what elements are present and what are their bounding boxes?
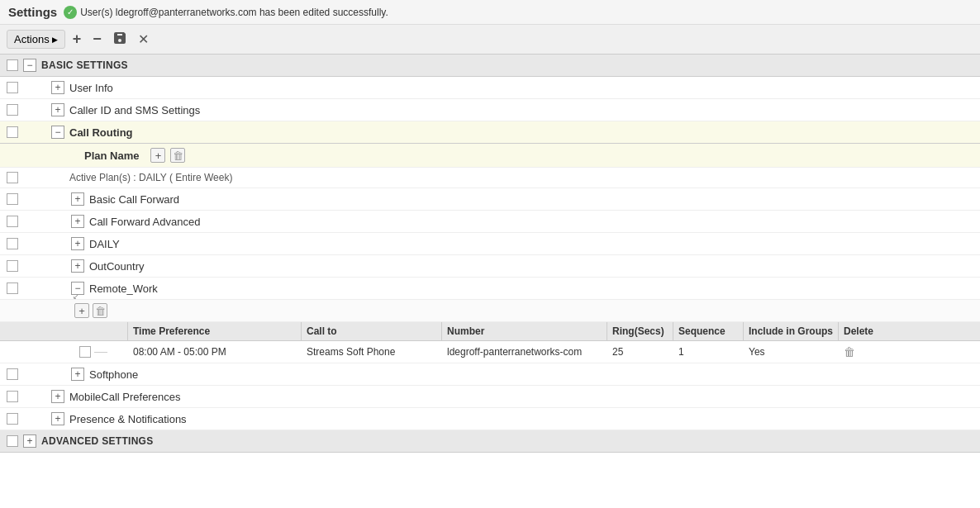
advanced-settings-expand[interactable]: + — [23, 434, 36, 448]
softphone-checkbox[interactable] — [7, 368, 18, 380]
call-routing-checkbox[interactable] — [7, 126, 18, 138]
save-button[interactable] — [109, 29, 131, 50]
actions-button[interactable]: Actions ▶ — [7, 30, 65, 49]
caller-id-label: Caller ID and SMS Settings — [69, 104, 200, 116]
basic-call-forward-checkbox[interactable] — [7, 193, 18, 205]
caller-id-checkbox[interactable] — [7, 104, 18, 116]
outcountry-label: OutCountry — [89, 260, 144, 273]
remote-work-checkbox[interactable] — [7, 282, 18, 294]
call-forward-advanced-checkbox[interactable] — [7, 216, 18, 227]
call-routing-row: − Call Routing — [0, 121, 980, 144]
basic-settings-section: − BASIC SETTINGS — [0, 55, 980, 77]
outcountry-expand[interactable]: + — [71, 259, 84, 273]
cell-number: ldegroff-panterranetworks-com — [442, 341, 607, 363]
call-forward-advanced-label: Call Forward Advanced — [89, 216, 200, 228]
advanced-settings-label: ADVANCED SETTINGS — [41, 435, 154, 447]
close-button[interactable]: ✕ — [134, 29, 153, 50]
table-row: 08:00 AM - 05:00 PM Streams Soft Phone l… — [0, 341, 980, 363]
col-time-preference: Time Preference — [128, 322, 302, 340]
call-routing-label: Call Routing — [69, 126, 133, 139]
softphone-expand[interactable]: + — [71, 368, 84, 381]
remote-work-row: − ↙ Remote_Work — [0, 278, 980, 300]
basic-settings-expand[interactable]: − — [23, 59, 36, 72]
row-checkbox[interactable] — [79, 346, 91, 358]
presence-label: Presence & Notifications — [69, 413, 187, 425]
basic-settings-label: BASIC SETTINGS — [41, 59, 128, 71]
active-plan-row: Active Plan(s) : DAILY ( Entire Week) — [0, 168, 980, 188]
remote-work-delete[interactable]: 🗑 — [93, 303, 107, 318]
remote-work-expand[interactable]: − ↙ — [71, 282, 84, 295]
cell-delete[interactable]: 🗑 — [839, 341, 897, 363]
success-message: User(s) ldegroff@panterranetworks.com ha… — [80, 7, 388, 18]
remote-work-label: Remote_Work — [89, 282, 158, 295]
cell-sequence: 1 — [673, 341, 744, 363]
presence-checkbox[interactable] — [7, 413, 18, 425]
user-info-row: + User Info — [0, 77, 980, 99]
active-plan-checkbox[interactable] — [7, 172, 18, 183]
page-header: Settings ✓ User(s) ldegroff@panterranetw… — [0, 0, 980, 25]
mobile-call-checkbox[interactable] — [7, 391, 18, 402]
basic-call-forward-label: Basic Call Forward — [89, 193, 179, 206]
cell-ring-secs: 25 — [607, 341, 673, 363]
minus-button[interactable]: − — [88, 28, 106, 50]
caller-id-row: + Caller ID and SMS Settings — [0, 99, 980, 121]
col-ring-secs: Ring(Secs) — [607, 322, 673, 340]
col-call-to: Call to — [302, 322, 442, 340]
mobile-call-label: MobileCall Preferences — [69, 391, 180, 403]
plan-name-delete[interactable]: 🗑 — [170, 148, 185, 163]
basic-settings-checkbox[interactable] — [7, 59, 18, 71]
plan-name-add[interactable]: + — [150, 148, 165, 163]
daily-checkbox[interactable] — [7, 238, 18, 249]
remote-work-add[interactable]: + — [74, 303, 89, 318]
softphone-label: Softphone — [89, 368, 138, 381]
mobile-call-row: + MobileCall Preferences — [0, 386, 980, 408]
plan-name-label: Plan Name — [84, 150, 139, 162]
col-checkbox — [74, 322, 128, 340]
call-forward-advanced-row: + Call Forward Advanced — [0, 211, 980, 233]
softphone-row: + Softphone — [0, 363, 980, 386]
col-sequence: Sequence — [673, 322, 744, 340]
success-icon: ✓ — [64, 6, 77, 19]
content-area: − BASIC SETTINGS + User Info + Caller ID… — [0, 55, 980, 496]
outcountry-row: + OutCountry — [0, 255, 980, 278]
call-routing-expand[interactable]: − — [51, 126, 64, 139]
col-number: Number — [442, 322, 607, 340]
success-notification: ✓ User(s) ldegroff@panterranetworks.com … — [64, 6, 388, 19]
col-include-groups: Include in Groups — [744, 322, 839, 340]
advanced-settings-checkbox[interactable] — [7, 435, 18, 447]
user-info-expand[interactable]: + — [51, 81, 64, 94]
daily-expand[interactable]: + — [71, 237, 84, 250]
daily-row: + DAILY — [0, 233, 980, 255]
outcountry-checkbox[interactable] — [7, 260, 18, 272]
cell-call-to: Streams Soft Phone — [302, 341, 442, 363]
advanced-settings-section: + ADVANCED SETTINGS — [0, 430, 980, 453]
table-header: Time Preference Call to Number Ring(Secs… — [0, 322, 980, 341]
user-info-checkbox[interactable] — [7, 82, 18, 93]
basic-call-forward-row: + Basic Call Forward — [0, 188, 980, 211]
col-delete: Delete — [839, 322, 897, 340]
mobile-call-expand[interactable]: + — [51, 390, 64, 403]
delete-icon[interactable]: 🗑 — [844, 345, 855, 358]
cell-time-preference: 08:00 AM - 05:00 PM — [128, 341, 302, 363]
toolbar: Actions ▶ + − ✕ — [0, 25, 980, 55]
daily-label: DAILY — [89, 238, 120, 250]
active-plan-text: Active Plan(s) : DAILY ( Entire Week) — [69, 172, 232, 183]
remote-work-actions: + 🗑 — [0, 300, 980, 322]
cell-include-groups: Yes — [744, 341, 839, 363]
caller-id-expand[interactable]: + — [51, 103, 64, 116]
presence-row: + Presence & Notifications — [0, 408, 980, 430]
basic-call-forward-expand[interactable]: + — [71, 192, 84, 206]
user-info-label: User Info — [69, 82, 113, 94]
add-button[interactable]: + — [69, 28, 86, 50]
plan-name-row: Plan Name + 🗑 — [0, 144, 980, 168]
page-title: Settings — [8, 5, 57, 19]
presence-expand[interactable]: + — [51, 412, 64, 425]
call-forward-advanced-expand[interactable]: + — [71, 215, 84, 228]
